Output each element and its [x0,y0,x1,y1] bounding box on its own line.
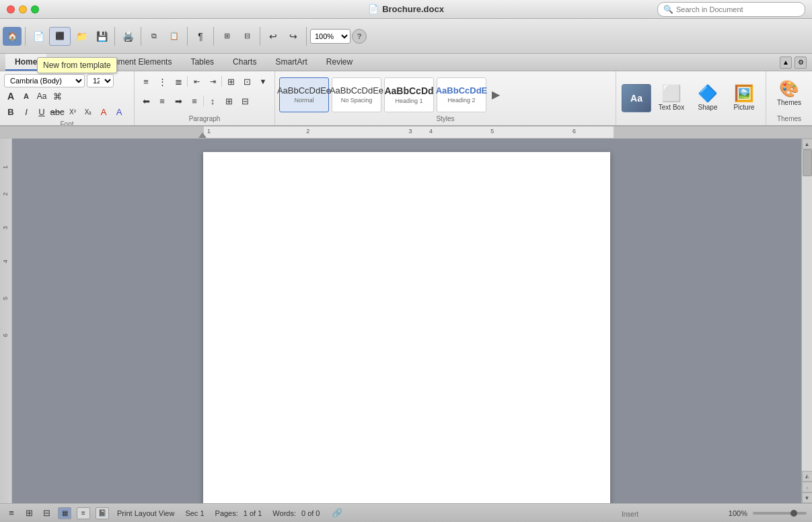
scroll-down-btn[interactable]: ▼ [802,492,813,503]
paste-btn[interactable]: 📋 [165,27,184,46]
paragraph-marks-btn[interactable]: ⊞ [223,74,238,89]
view-print-layout[interactable]: ▦ [58,507,71,519]
view-outline[interactable]: ≡ [77,507,90,519]
font-shrink-btn[interactable]: A [20,89,33,103]
style-heading1[interactable]: AaBbCcDd Heading 1 [384,77,434,112]
align-center-btn[interactable]: ≡ [155,94,170,108]
close-button[interactable] [7,5,15,13]
copy-btn[interactable]: ⧉ [145,27,163,46]
sidebar-toggle[interactable]: ⊞ [217,27,236,46]
share-btn[interactable]: 🔗 [331,507,343,519]
align-left-btn[interactable]: ⬅ [139,94,153,108]
format-btn[interactable]: ¶ [191,27,210,46]
font-color-btn[interactable]: A [112,105,126,118]
view-icon-2[interactable]: ⊞ [23,507,35,519]
ribbon-settings-btn[interactable]: ⚙ [795,57,807,69]
search-input[interactable] [676,5,799,13]
redo-btn[interactable]: ↪ [284,27,303,46]
font-case-btn[interactable]: Aa [35,89,48,103]
indent-increase-btn[interactable]: ⇥ [205,74,220,89]
columns-btn[interactable]: ⊟ [237,94,252,108]
subscript-btn[interactable]: X₂ [81,105,95,118]
toolbar-sep-1 [25,27,26,46]
style-heading2[interactable]: AaBbCcDdE Heading 2 [437,77,486,112]
zoom-slider-thumb[interactable] [790,510,797,517]
themes-btn[interactable]: 🎨 Themes [773,74,805,113]
maximize-button[interactable] [31,5,39,13]
open-btn[interactable]: 📁 [72,27,91,46]
underline-btn[interactable]: U [35,105,48,118]
italic-btn[interactable]: I [20,105,33,118]
view-icon-3[interactable]: ⊟ [40,507,52,519]
search-bar[interactable]: 🔍 [657,2,805,17]
borders-btn[interactable]: ⊡ [239,74,254,89]
ribbon-nav-up[interactable]: ▲ [780,57,792,69]
view-notebook[interactable]: 📓 [96,507,109,519]
themes-section-label: Themes [777,115,801,122]
section-label: Sec 1 [185,509,204,517]
undo-btn[interactable]: ↩ [264,27,283,46]
indent-btn[interactable]: ⊞ [221,94,236,108]
toolbar-sep-4 [187,27,188,46]
styles-content: AaBbCcDdEe Normal AaBbCcDdEe No Spacing … [279,74,612,115]
tab-review[interactable]: Review [317,54,362,71]
font-grow-btn[interactable]: A [4,89,17,103]
font-size-select[interactable]: 12 [87,74,114,87]
styles-nav-btn[interactable]: ▶ [489,77,503,112]
indent-decrease-btn[interactable]: ⇤ [189,74,204,89]
font-dialog-btn[interactable]: Aa [622,84,651,112]
zoom-select[interactable]: 100% 75% 150% [310,29,350,44]
superscript-btn[interactable]: X² [66,105,79,118]
style-no-spacing[interactable]: AaBbCcDdEe No Spacing [332,77,381,112]
tab-tables[interactable]: Tables [181,54,223,71]
clear-format-btn[interactable]: ⌘ [50,89,64,103]
textbox-label: Text Box [659,104,684,112]
scroll-track [802,149,812,471]
new-template-btn[interactable]: ⬛ [49,27,71,46]
minimize-button[interactable] [19,5,27,13]
style-no-spacing-preview: AaBbCcDdEe [330,85,383,96]
textbox-btn[interactable]: ⬜ Text Box [655,79,688,118]
strikethrough-btn[interactable]: abc [50,105,64,118]
font-section: Cambria (Body) 12 A A Aa ⌘ B I U abc X² … [0,71,135,125]
toolbar-sep-3 [141,27,141,46]
view-toggle[interactable]: ⊟ [237,27,256,46]
style-normal[interactable]: AaBbCcDdEe Normal [279,77,329,112]
statusbar-left: ≡ ⊞ ⊟ ▦ ≡ 📓 Print Layout View Sec 1 Page… [5,507,343,519]
print-btn[interactable]: 🖨️ [118,27,137,46]
document-page[interactable] [203,152,610,503]
shape-btn[interactable]: 🔷 Shape [692,79,724,118]
save-btn[interactable]: 💾 [92,27,111,46]
numbered-list-btn[interactable]: ⋮ [155,74,170,89]
scroll-thumb[interactable] [803,149,812,176]
titlebar-buttons [7,5,39,13]
bold-btn[interactable]: B [4,105,17,118]
new-btn[interactable]: 📄 [29,27,48,46]
tab-smartart[interactable]: SmartArt [266,54,316,71]
font-family-select[interactable]: Cambria (Body) [4,74,85,87]
outline-list-btn[interactable]: ≣ [171,74,186,89]
picture-btn[interactable]: 🖼️ Picture [728,79,760,118]
font-row1: Cambria (Body) 12 [4,74,130,87]
align-justify-btn[interactable]: ≡ [187,94,202,108]
view-icon-1[interactable]: ≡ [5,507,17,519]
zoom-slider[interactable] [753,512,807,515]
bullets-btn[interactable]: ≡ [139,74,153,89]
shading-btn[interactable]: ▼ [256,74,270,89]
highlight-btn[interactable]: A [97,105,110,118]
align-right-btn[interactable]: ➡ [171,94,186,108]
scroll-page-down[interactable]: ⬦ [802,482,813,492]
canvas-area[interactable] [12,139,801,503]
scroll-page-up[interactable]: ◭ [802,471,813,482]
ruler-center: 1 2 3 4 5 6 [204,126,614,138]
style-normal-label: Normal [294,97,313,104]
main-area: 1 2 3 4 5 6 ▲ ◭ ⬦ ▼ [0,139,812,503]
line-spacing-btn[interactable]: ↕ [205,94,220,108]
style-heading2-label: Heading 2 [447,97,475,104]
home-icon-btn[interactable]: 🏠 [3,27,22,46]
styles-section-label: Styles [279,115,612,122]
tab-charts[interactable]: Charts [223,54,266,71]
scroll-up-btn[interactable]: ▲ [802,139,813,149]
vertical-scrollbar[interactable]: ▲ ◭ ⬦ ▼ [801,139,812,503]
help-button[interactable]: ? [352,29,367,44]
